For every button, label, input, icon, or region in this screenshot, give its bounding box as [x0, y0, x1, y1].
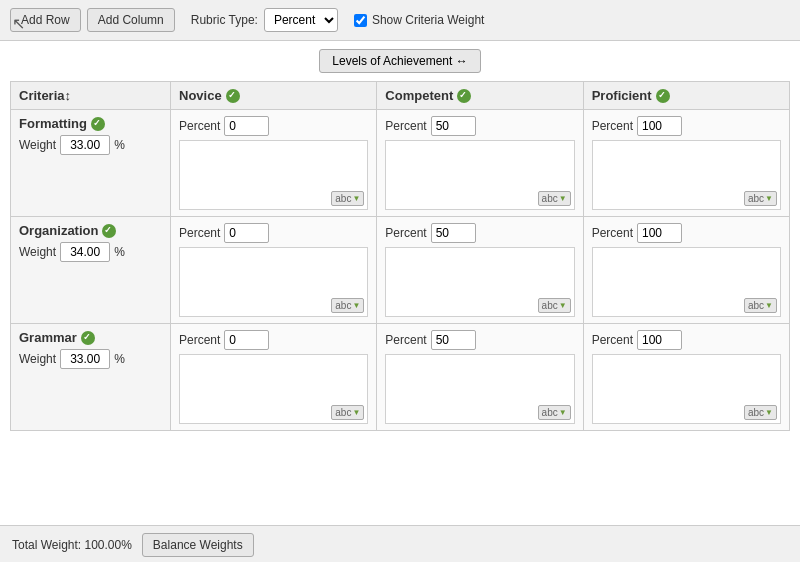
abc-down-arrow-2-2: ▼ [765, 408, 773, 417]
criteria-name-0: Formatting [19, 116, 162, 131]
level-cell-1-proficient: Percent abc▼ [583, 217, 789, 324]
proficient-header-cell: Proficient [583, 82, 789, 110]
criteria-check-icon-1 [102, 224, 116, 238]
criteria-cell-2: Grammar Weight % [11, 324, 171, 431]
show-criteria-label[interactable]: Show Criteria Weight [354, 13, 485, 27]
footer: Total Weight: 100.00% Balance Weights [0, 525, 800, 562]
abc-down-arrow-1-1: ▼ [559, 301, 567, 310]
criteria-header-cell: Criteria↕ [11, 82, 171, 110]
level-cell-1-novice: Percent abc▼ [171, 217, 377, 324]
show-criteria-checkbox[interactable] [354, 14, 367, 27]
level-cell-0-proficient: Percent abc▼ [583, 110, 789, 217]
criteria-header-label: Criteria↕ [19, 88, 71, 103]
criteria-check-icon-0 [91, 117, 105, 131]
toolbar: Add Row Add Column Rubric Type: Percent … [0, 0, 800, 41]
abc-button-1-0[interactable]: abc▼ [331, 298, 364, 313]
abc-down-arrow-0-0: ▼ [352, 194, 360, 203]
percent-label-1-2: Percent [592, 226, 633, 240]
criteria-cell-1: Organization Weight % [11, 217, 171, 324]
percent-input-2-0[interactable] [224, 330, 269, 350]
percent-label-0-0: Percent [179, 119, 220, 133]
percent-label-2-1: Percent [385, 333, 426, 347]
percent-input-0-2[interactable] [637, 116, 682, 136]
weight-label-2: Weight [19, 352, 56, 366]
criteria-check-icon-2 [81, 331, 95, 345]
novice-header-label: Novice [179, 88, 222, 103]
total-weight-label: Total Weight: 100.00% [12, 538, 132, 552]
show-criteria-text: Show Criteria Weight [372, 13, 485, 27]
level-cell-2-competent: Percent abc▼ [377, 324, 583, 431]
percent-input-1-0[interactable] [224, 223, 269, 243]
percent-label-1-0: Percent [179, 226, 220, 240]
levels-achievement-button[interactable]: Levels of Achievement ↔ [319, 49, 480, 73]
balance-weights-button[interactable]: Balance Weights [142, 533, 254, 557]
abc-button-0-2[interactable]: abc▼ [744, 191, 777, 206]
level-cell-0-novice: Percent abc▼ [171, 110, 377, 217]
text-area-2-2: abc▼ [592, 354, 781, 424]
text-area-0-0: abc▼ [179, 140, 368, 210]
text-area-2-0: abc▼ [179, 354, 368, 424]
text-area-1-0: abc▼ [179, 247, 368, 317]
rubric-type-label: Rubric Type: [191, 13, 258, 27]
text-area-2-1: abc▼ [385, 354, 574, 424]
criteria-name-2: Grammar [19, 330, 162, 345]
proficient-check-icon [656, 89, 670, 103]
percent-symbol-1: % [114, 245, 125, 259]
percent-input-0-1[interactable] [431, 116, 476, 136]
abc-button-2-0[interactable]: abc▼ [331, 405, 364, 420]
abc-button-2-2[interactable]: abc▼ [744, 405, 777, 420]
table-row: Grammar Weight % Percent abc▼ Percent [11, 324, 790, 431]
level-cell-2-novice: Percent abc▼ [171, 324, 377, 431]
table-header-row: Criteria↕ Novice Competent [11, 82, 790, 110]
percent-label-2-2: Percent [592, 333, 633, 347]
percent-input-2-1[interactable] [431, 330, 476, 350]
abc-button-1-2[interactable]: abc▼ [744, 298, 777, 313]
level-cell-0-competent: Percent abc▼ [377, 110, 583, 217]
abc-down-arrow-1-0: ▼ [352, 301, 360, 310]
rubric-type-select[interactable]: Percent Points Custom [264, 8, 338, 32]
competent-header-cell: Competent [377, 82, 583, 110]
competent-header-label: Competent [385, 88, 453, 103]
abc-button-0-0[interactable]: abc▼ [331, 191, 364, 206]
abc-down-arrow-2-0: ▼ [352, 408, 360, 417]
percent-input-0-0[interactable] [224, 116, 269, 136]
level-cell-2-proficient: Percent abc▼ [583, 324, 789, 431]
text-area-0-2: abc▼ [592, 140, 781, 210]
weight-label-0: Weight [19, 138, 56, 152]
abc-button-2-1[interactable]: abc▼ [538, 405, 571, 420]
novice-header-cell: Novice [171, 82, 377, 110]
table-row: Organization Weight % Percent abc▼ Perce… [11, 217, 790, 324]
abc-button-0-1[interactable]: abc▼ [538, 191, 571, 206]
add-column-button[interactable]: Add Column [87, 8, 175, 32]
percent-symbol-0: % [114, 138, 125, 152]
levels-header: Levels of Achievement ↔ [10, 49, 790, 73]
percent-input-1-1[interactable] [431, 223, 476, 243]
weight-input-1[interactable] [60, 242, 110, 262]
main-content: Levels of Achievement ↔ Criteria↕ Novice [0, 41, 800, 525]
table-row: Formatting Weight % Percent abc▼ Percent [11, 110, 790, 217]
weight-input-0[interactable] [60, 135, 110, 155]
percent-label-1-1: Percent [385, 226, 426, 240]
abc-down-arrow-0-2: ▼ [765, 194, 773, 203]
competent-check-icon [457, 89, 471, 103]
percent-label-0-1: Percent [385, 119, 426, 133]
percent-label-2-0: Percent [179, 333, 220, 347]
percent-input-1-2[interactable] [637, 223, 682, 243]
weight-input-2[interactable] [60, 349, 110, 369]
abc-down-arrow-0-1: ▼ [559, 194, 567, 203]
abc-down-arrow-2-1: ▼ [559, 408, 567, 417]
proficient-header-label: Proficient [592, 88, 652, 103]
abc-button-1-1[interactable]: abc▼ [538, 298, 571, 313]
criteria-cell-0: Formatting Weight % [11, 110, 171, 217]
level-cell-1-competent: Percent abc▼ [377, 217, 583, 324]
criteria-name-1: Organization [19, 223, 162, 238]
weight-label-1: Weight [19, 245, 56, 259]
percent-input-2-2[interactable] [637, 330, 682, 350]
rubric-table: Criteria↕ Novice Competent [10, 81, 790, 431]
text-area-1-2: abc▼ [592, 247, 781, 317]
text-area-0-1: abc▼ [385, 140, 574, 210]
text-area-1-1: abc▼ [385, 247, 574, 317]
percent-label-0-2: Percent [592, 119, 633, 133]
percent-symbol-2: % [114, 352, 125, 366]
add-row-button[interactable]: Add Row [10, 8, 81, 32]
